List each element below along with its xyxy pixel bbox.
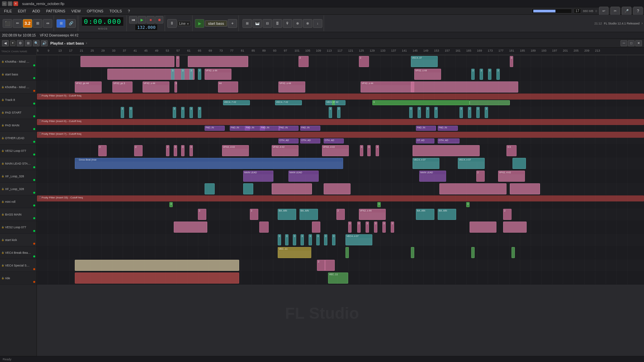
pattern-block-12-8[interactable]: 2 bbox=[503, 209, 512, 220]
pattern-block-7-7[interactable]: VFX2..4 #2 bbox=[272, 145, 299, 156]
pattern-block-0-1[interactable]: 3 bbox=[176, 56, 179, 67]
version-arrow[interactable]: › bbox=[642, 21, 643, 25]
pattern-block-13-2[interactable] bbox=[312, 222, 320, 233]
pattern-block-10-1[interactable] bbox=[243, 183, 253, 194]
track-label-6[interactable]: 🔒OTHER LEAD bbox=[0, 132, 37, 144]
pattern-block-17-1[interactable]: VEC..11 bbox=[328, 273, 348, 284]
pattern-block-6-3[interactable]: OT..AD bbox=[416, 138, 434, 143]
pattern-block-12-0[interactable]: 2 bbox=[198, 209, 206, 220]
pattern-block-1-2[interactable]: 3 bbox=[181, 69, 184, 80]
menu-add[interactable]: ADD bbox=[30, 8, 43, 14]
pattern-block-3-3[interactable]: 3 bbox=[332, 100, 335, 105]
pattern-block-4-14[interactable]: 3 bbox=[476, 107, 480, 118]
pattern-block-8-3[interactable] bbox=[513, 158, 526, 169]
pattern-block-8-2[interactable]: VEC4..n 07 bbox=[458, 158, 485, 169]
pattern-block-13-4[interactable]: 3 bbox=[357, 222, 361, 233]
start-bass-btn[interactable]: start bass bbox=[205, 20, 227, 26]
pattern-block-14-2[interactable]: 3 bbox=[293, 234, 296, 245]
tb-btn-8[interactable]: ↓ bbox=[313, 19, 322, 28]
pattern-block-6-4[interactable]: OTH..AD bbox=[438, 138, 460, 143]
playlist-arrow[interactable]: › bbox=[86, 41, 87, 45]
pattern-block-7-9[interactable]: 3 bbox=[360, 145, 363, 156]
track-label-0[interactable]: 🔒KhoMha - Mind Gam. bbox=[0, 55, 37, 68]
pattern-block-2-6[interactable]: VFX2..s 44 bbox=[361, 81, 414, 93]
pattern-block-4-0[interactable]: 3 bbox=[121, 107, 124, 118]
pattern-block-2-7[interactable] bbox=[411, 81, 518, 93]
pattern-block-10-4[interactable] bbox=[439, 183, 506, 194]
track-lane-10[interactable] bbox=[37, 183, 644, 195]
pl-close-btn[interactable]: ✕ bbox=[635, 40, 642, 46]
track-lane-4[interactable]: 3333333333333333 bbox=[37, 106, 644, 119]
pattern-block-12-1[interactable]: 2 bbox=[250, 209, 258, 220]
pattern-block-7-3[interactable]: 3 bbox=[174, 145, 177, 156]
pattern-block-5-3[interactable]: PAD..IN bbox=[260, 126, 280, 131]
menu-edit[interactable]: EDIT bbox=[15, 8, 29, 14]
pattern-block-11-0[interactable]: 3 bbox=[169, 202, 173, 207]
pattern-block-6-2[interactable]: OTH..AD bbox=[324, 138, 344, 143]
track-label-9[interactable]: 🔒XF_Loop_328 bbox=[0, 170, 37, 183]
pattern-block-10-5[interactable] bbox=[510, 183, 540, 194]
pattern-block-3-5[interactable] bbox=[470, 100, 510, 105]
help-btn[interactable]: ? bbox=[633, 7, 643, 15]
track-label-5[interactable]: 🔒PAD MAIN bbox=[0, 119, 37, 132]
pl-zoom-btn[interactable]: 🔍 bbox=[33, 40, 40, 46]
pattern-block-10-3[interactable] bbox=[324, 183, 351, 194]
pattern-block-4-4[interactable]: 3 bbox=[190, 107, 193, 118]
pattern-block-16-1[interactable]: 2 bbox=[317, 260, 325, 271]
pattern-block-11-1[interactable]: 3 bbox=[377, 202, 381, 207]
track-label-16[interactable]: 🔒VEC4 Special Sounds. bbox=[0, 259, 37, 272]
pl-collapse-btn[interactable]: ⊞ bbox=[25, 40, 32, 46]
track-lane-9[interactable]: MAIN LEADMAIN LEADMAIN LEAD2VFX2..4 #2 bbox=[37, 170, 644, 183]
pattern-block-0-2[interactable] bbox=[188, 56, 248, 67]
pattern-block-7-2[interactable]: 2 bbox=[166, 145, 169, 156]
pattern-block-12-6[interactable]: BA..AIN bbox=[416, 209, 434, 220]
track-lane-14[interactable]: 33333333VEC4..n 07 bbox=[37, 234, 644, 246]
pattern-block-15-1[interactable] bbox=[345, 247, 349, 258]
pattern-block-9-2[interactable]: MAIN LEAD bbox=[419, 171, 446, 182]
close-btn[interactable]: ✕ bbox=[13, 1, 18, 6]
pattern-block-13-10[interactable] bbox=[503, 222, 527, 233]
track-label-4[interactable]: 🔒PAD START bbox=[0, 106, 37, 119]
pattern-block-10-2[interactable] bbox=[272, 183, 312, 194]
menu-options[interactable]: OPTIONS bbox=[84, 8, 106, 14]
track-label-8[interactable]: 🔒MAIN LEAD START bbox=[0, 157, 37, 170]
track-lane-1[interactable]: 3333VFX2..s 44VFX2..s 443333 bbox=[37, 68, 644, 81]
pattern-block-13-6[interactable]: 3 bbox=[374, 222, 377, 233]
pl-settings-btn[interactable]: ⚙ bbox=[17, 40, 23, 46]
pattern-block-3-1[interactable]: VEC4..7 #2 bbox=[275, 100, 302, 105]
pattern-block-1-4[interactable]: 3 bbox=[198, 69, 201, 80]
pattern-block-13-8[interactable]: 3 bbox=[391, 222, 394, 233]
pattern-block-17-0[interactable] bbox=[75, 273, 239, 284]
pattern-block-7-1[interactable]: 2 bbox=[134, 145, 143, 156]
pattern-block-2-1[interactable]: VFX2..ps 3 bbox=[112, 81, 132, 93]
track-contents-column[interactable]: 322VEC4..0733333VFX2..s 44VFX2..s 443333… bbox=[37, 55, 644, 356]
grid-btn[interactable]: ⊞ bbox=[56, 19, 66, 28]
pattern-block-5-7[interactable]: PAD..IN bbox=[438, 126, 458, 131]
tb-btn-2[interactable]: 🎹 bbox=[253, 19, 262, 28]
tb-btn-4[interactable]: 🎛 bbox=[273, 19, 282, 28]
pattern-block-0-5[interactable]: VEC4..07 bbox=[411, 56, 438, 67]
pattern-block-10-0[interactable] bbox=[205, 183, 215, 194]
pattern-block-4-2[interactable]: 3 bbox=[173, 107, 176, 118]
pl-min-btn[interactable]: ─ bbox=[621, 40, 627, 46]
pattern-block-7-12[interactable] bbox=[413, 145, 480, 156]
pattern-block-15-3[interactable] bbox=[471, 247, 475, 258]
pattern-block-7-13[interactable]: 3 3 bbox=[506, 145, 517, 156]
add-btn[interactable]: + bbox=[228, 19, 237, 28]
pattern-block-14-0[interactable]: 3 bbox=[278, 234, 281, 245]
track-label-13[interactable]: 🔒VES2 Loop 077 bbox=[0, 221, 37, 234]
pattern-block-1-8[interactable]: 3 bbox=[480, 69, 483, 80]
tb-btn-7[interactable]: ⊗ bbox=[303, 19, 312, 28]
pattern-block-0-0[interactable] bbox=[80, 56, 174, 67]
pattern-block-2-4[interactable]: 44 bbox=[218, 81, 238, 93]
pattern-block-14-8[interactable]: VEC4..n 07 bbox=[345, 234, 372, 245]
track-label-11[interactable]: 🔒mini roll bbox=[0, 195, 37, 208]
pattern-block-4-12[interactable]: 3 bbox=[460, 107, 463, 118]
pattern-block-0-6[interactable]: 3 bbox=[510, 56, 513, 67]
track-lane-3[interactable]: 🎵Fruity Filter (Insert 5) - Cutoff freqV… bbox=[37, 94, 644, 106]
track-lane-5[interactable]: 🎵Fruity Filter (Insert 6) - Cutoff freqP… bbox=[37, 119, 644, 132]
track-label-10[interactable]: 🔒XF_Loop_328 bbox=[0, 183, 37, 195]
track-label-7[interactable]: 🔒VES2 Loop 077 bbox=[0, 144, 37, 157]
pattern-block-6-0[interactable]: OTH..AD bbox=[278, 138, 299, 143]
track-lane-11[interactable]: 🎵Fruity Filter (Insert 33) - Cutoff freq… bbox=[37, 195, 644, 208]
